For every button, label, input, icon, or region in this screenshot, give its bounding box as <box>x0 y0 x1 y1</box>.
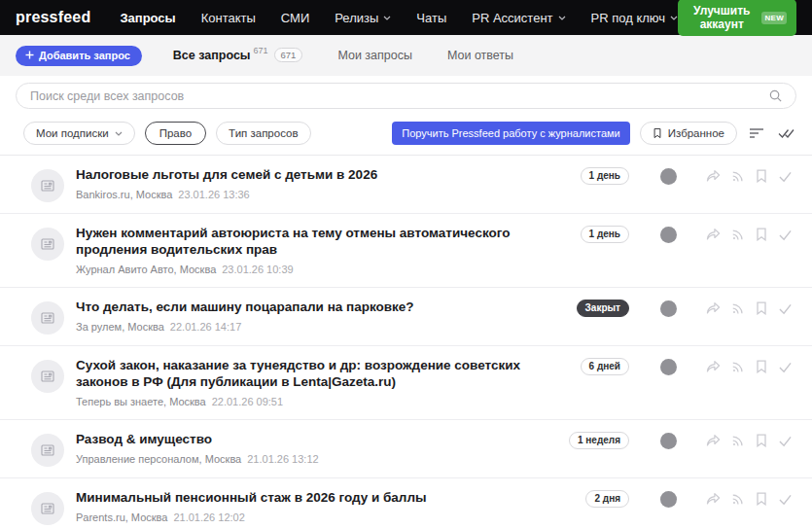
share-icon[interactable] <box>706 434 721 447</box>
rss-icon[interactable] <box>731 301 745 315</box>
request-right: 6 дней <box>549 358 793 375</box>
rss-icon[interactable] <box>731 492 745 506</box>
double-check-icon[interactable] <box>776 125 796 141</box>
request-row[interactable]: Что делать, если машину поцарапали на па… <box>0 288 812 346</box>
share-icon[interactable] <box>706 360 721 373</box>
deadline-badge: 6 дней <box>581 358 629 375</box>
request-actions <box>706 228 793 241</box>
newspaper-icon <box>31 169 64 202</box>
request-main: Развод & имущество Управление персоналом… <box>76 431 549 466</box>
check-icon[interactable] <box>778 229 793 241</box>
request-title[interactable]: Сухой закон, наказание за тунеядство и д… <box>76 357 549 390</box>
request-row[interactable]: Развод & имущество Управление персоналом… <box>0 420 812 478</box>
rss-icon[interactable] <box>731 434 745 447</box>
request-title[interactable]: Нужен комментарий автоюриста на тему отм… <box>76 225 549 258</box>
upgrade-account-label: Улучшить аккаунт <box>688 4 756 31</box>
nav-item-pr-turnkey[interactable]: PR под ключ <box>591 11 679 25</box>
avatar[interactable] <box>660 168 677 185</box>
request-list: Налоговые льготы для семей с детьми в 20… <box>0 155 812 529</box>
avatar[interactable] <box>660 491 677 508</box>
check-icon[interactable] <box>778 493 793 506</box>
request-row[interactable]: Налоговые льготы для семей с детьми в 20… <box>0 156 812 214</box>
add-request-label: Добавить запрос <box>39 50 130 61</box>
request-right: 2 дня <box>549 490 793 508</box>
tab-my-answers[interactable]: Мои ответы <box>447 49 513 62</box>
request-datetime: 22.01.26 14:17 <box>170 321 241 333</box>
filter-right-group: Поручить Pressfeed работу с журналистами… <box>392 122 796 145</box>
tab-my-requests[interactable]: Мои запросы <box>337 49 412 62</box>
share-icon[interactable] <box>706 492 721 506</box>
nav-item-pr-assistant[interactable]: PR Ассистент <box>472 11 565 25</box>
request-row[interactable]: Сухой закон, наказание за тунеядство и д… <box>0 346 812 420</box>
bookmark-icon[interactable] <box>756 301 767 315</box>
request-right: 1 день <box>549 167 793 185</box>
share-icon[interactable] <box>706 169 721 183</box>
subscriptions-dropdown[interactable]: Мои подписки <box>23 122 135 145</box>
newspaper-icon <box>31 492 64 525</box>
request-datetime: 21.01.26 12:02 <box>173 511 244 523</box>
nav-item-media[interactable]: СМИ <box>281 11 309 25</box>
nav-item-requests[interactable]: Запросы <box>120 11 175 25</box>
share-icon[interactable] <box>706 301 721 315</box>
all-requests-count-badge: 671 <box>274 48 303 62</box>
upgrade-account-button[interactable]: Улучшить аккаунт NEW <box>678 0 796 36</box>
bookmark-icon[interactable] <box>756 434 767 447</box>
tab-all-requests[interactable]: Все запросы 671 671 <box>173 49 303 62</box>
bookmark-icon <box>653 127 662 139</box>
chevron-down-icon <box>558 16 566 20</box>
request-row[interactable]: Нужен комментарий автоюриста на тему отм… <box>0 214 812 288</box>
chevron-down-icon <box>383 16 391 20</box>
avatar[interactable] <box>660 300 677 317</box>
topic-filter-pill[interactable]: Право <box>145 122 206 145</box>
bookmark-icon[interactable] <box>756 492 767 506</box>
new-badge: NEW <box>761 12 787 24</box>
request-meta: Управление персоналом, Москва21.01.26 13… <box>76 453 549 466</box>
rss-icon[interactable] <box>731 228 745 241</box>
favorites-filter[interactable]: Избранное <box>640 122 737 145</box>
request-datetime: 23.01.26 13:36 <box>178 189 249 200</box>
nav-item-releases[interactable]: Релизы <box>335 11 391 25</box>
request-source: За рулем, Москва <box>76 321 164 333</box>
request-actions <box>706 360 793 373</box>
chevron-down-icon <box>115 131 123 136</box>
avatar[interactable] <box>660 227 677 243</box>
request-datetime: 21.01.26 13:12 <box>247 453 318 465</box>
check-icon[interactable] <box>778 302 793 315</box>
request-source: Bankiros.ru, Москва <box>76 189 172 200</box>
deadline-badge: 1 день <box>581 226 629 243</box>
search-input[interactable] <box>16 83 796 109</box>
delegate-work-button[interactable]: Поручить Pressfeed работу с журналистами <box>392 122 629 145</box>
top-nav: pressfeed Запросы Контакты СМИ Релизы Ча… <box>0 0 812 35</box>
request-title[interactable]: Минимальный пенсионный стаж в 2026 году … <box>76 489 549 506</box>
share-icon[interactable] <box>706 228 721 241</box>
bookmark-icon[interactable] <box>756 228 767 241</box>
check-icon[interactable] <box>778 361 793 373</box>
request-source: Parents.ru, Москва <box>76 511 167 523</box>
pressfeed-logo[interactable]: pressfeed <box>16 9 90 26</box>
check-icon[interactable] <box>778 435 793 447</box>
nav-item-chats[interactable]: Чаты <box>416 11 446 25</box>
avatar[interactable] <box>660 359 677 375</box>
sort-icon[interactable] <box>747 124 766 142</box>
request-source: Теперь вы знаете, Москва <box>76 396 206 407</box>
request-actions <box>706 434 793 447</box>
rss-icon[interactable] <box>731 169 745 183</box>
request-title[interactable]: Что делать, если машину поцарапали на па… <box>76 299 549 315</box>
request-row[interactable]: Минимальный пенсионный стаж в 2026 году … <box>0 478 812 529</box>
request-meta: Теперь вы знаете, Москва22.01.26 09:51 <box>76 396 549 408</box>
bookmark-icon[interactable] <box>756 360 767 373</box>
check-icon[interactable] <box>778 170 793 183</box>
add-request-button[interactable]: Добавить запрос <box>16 46 142 66</box>
search-icon[interactable] <box>768 88 783 103</box>
rss-icon[interactable] <box>731 360 745 373</box>
nav-item-contacts[interactable]: Контакты <box>201 11 256 25</box>
deadline-badge: Закрыт <box>577 300 629 317</box>
request-title[interactable]: Развод & имущество <box>76 431 549 447</box>
request-source: Журнал Авито Авто, Москва <box>76 264 216 275</box>
request-main: Сухой закон, наказание за тунеядство и д… <box>76 357 549 408</box>
avatar[interactable] <box>660 433 677 449</box>
bookmark-icon[interactable] <box>756 169 767 183</box>
newspaper-icon <box>31 301 64 335</box>
request-type-filter[interactable]: Тип запросов <box>216 122 310 145</box>
request-title[interactable]: Налоговые льготы для семей с детьми в 20… <box>76 166 549 183</box>
